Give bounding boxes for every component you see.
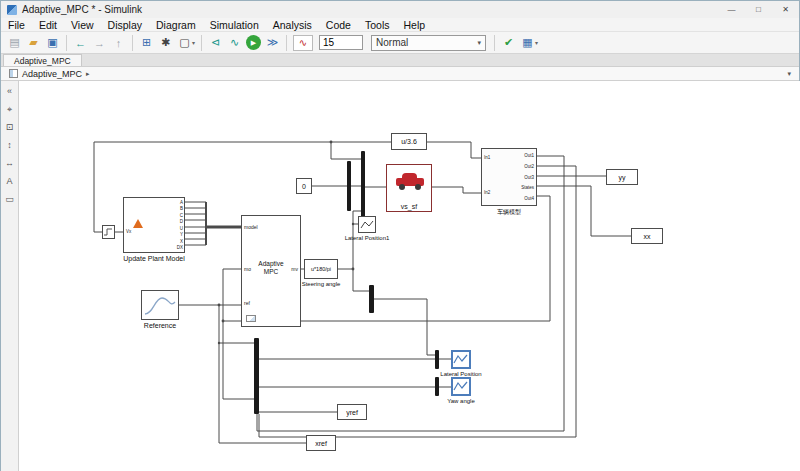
scope-icon[interactable]: ∿ bbox=[226, 34, 243, 51]
open-icon[interactable]: ▰ bbox=[25, 34, 42, 51]
save-icon[interactable]: ▣ bbox=[44, 34, 61, 51]
goto-tag-label: xx bbox=[644, 233, 651, 240]
signal-display-icon[interactable]: ∿ bbox=[293, 35, 313, 51]
maximize-button[interactable]: □ bbox=[745, 1, 772, 18]
build-icon[interactable]: ▦ bbox=[519, 34, 536, 51]
block-label: Yaw angle bbox=[421, 398, 501, 404]
menu-file[interactable]: File bbox=[1, 18, 32, 32]
block-title: vs_sf bbox=[387, 203, 431, 210]
block-label: Reference bbox=[120, 322, 200, 329]
vehicle-subsystem-block[interactable]: In1 In2 Out1 Out2 Out3 States Out4 bbox=[481, 148, 537, 206]
menu-diagram[interactable]: Diagram bbox=[149, 18, 203, 32]
back-icon[interactable]: ← bbox=[72, 34, 89, 51]
constant-block[interactable]: 0 bbox=[296, 178, 312, 194]
chevron-down-icon: ▾ bbox=[478, 39, 482, 47]
model-explorer-icon[interactable]: ▢ bbox=[176, 34, 193, 51]
toolbar-separator bbox=[494, 35, 495, 51]
menu-simulation[interactable]: Simulation bbox=[203, 18, 266, 32]
outport-labels: Out1 Out2 Out3 States Out4 bbox=[521, 153, 534, 201]
menu-edit[interactable]: Edit bbox=[32, 18, 64, 32]
main-area: « ⌖ ⊡ ↕ ↔ A ▭ bbox=[1, 81, 800, 471]
run-button[interactable]: ▶ bbox=[246, 35, 261, 50]
chevron-down-icon[interactable]: ▾ bbox=[535, 39, 538, 46]
menu-display[interactable]: Display bbox=[101, 18, 149, 32]
mpc-plot-icon bbox=[246, 315, 256, 322]
mux-block[interactable] bbox=[435, 350, 439, 369]
goto-tag-yy[interactable]: yy bbox=[606, 169, 638, 185]
goto-tag-label: yref bbox=[346, 409, 358, 416]
toolbar-separator bbox=[201, 35, 202, 51]
collapse-browser-icon[interactable]: « bbox=[2, 83, 18, 99]
minimize-button[interactable]: — bbox=[718, 1, 745, 18]
mux-block[interactable] bbox=[435, 377, 439, 396]
reference-block[interactable] bbox=[141, 290, 179, 320]
goto-tag-xref[interactable]: xref bbox=[306, 435, 336, 451]
model-configuration-icon[interactable]: ✱ bbox=[157, 34, 174, 51]
menu-help[interactable]: Help bbox=[396, 18, 432, 32]
block-label: Lateral Position1 bbox=[317, 235, 417, 241]
toolbar: ▤ ▰ ▣ ← → ↑ ⊞ ✱ ▢ ▾ ⊲ ∿ ▶ ≫ ∿ Normal ▾ ✔… bbox=[1, 32, 799, 54]
hide-pane-arrow-icon[interactable]: ▾ bbox=[787, 70, 795, 78]
simulation-mode-dropdown[interactable]: Normal ▾ bbox=[371, 35, 486, 51]
tab-adaptive-mpc[interactable]: Adaptive_MPC bbox=[3, 54, 82, 66]
zoom-icon[interactable]: ⌖ bbox=[2, 101, 18, 117]
goto-tag-u36[interactable]: u/3.6 bbox=[391, 133, 427, 150]
goto-tag-label: xref bbox=[315, 440, 327, 447]
outport-labels: A B C D U Y X DX bbox=[177, 200, 183, 250]
mux-block[interactable] bbox=[254, 338, 259, 414]
port-label: In1 bbox=[484, 155, 490, 160]
scope-curve-icon bbox=[453, 352, 469, 367]
menu-code[interactable]: Code bbox=[319, 18, 358, 32]
new-model-icon[interactable]: ▤ bbox=[6, 34, 23, 51]
update-diagram-icon[interactable]: ✔ bbox=[500, 34, 517, 51]
fit-to-view-icon[interactable]: ⊡ bbox=[2, 119, 18, 135]
toolbar-separator bbox=[132, 35, 133, 51]
adaptive-mpc-block[interactable]: model mo ref mv Adaptive MPC bbox=[241, 215, 301, 327]
signal-glyph-icon bbox=[103, 226, 114, 238]
scope-curve-icon bbox=[359, 217, 375, 232]
block-label: Update Plant Model bbox=[84, 255, 224, 262]
menu-view[interactable]: View bbox=[64, 18, 101, 32]
yaw-angle-scope-block[interactable] bbox=[451, 377, 471, 396]
simulation-stepping-icon[interactable]: ⊲ bbox=[207, 34, 224, 51]
stop-time-input[interactable] bbox=[319, 35, 363, 50]
up-icon[interactable]: ↑ bbox=[110, 34, 127, 51]
toolbar-separator bbox=[286, 35, 287, 51]
step-forward-icon[interactable]: ≫ bbox=[264, 34, 281, 51]
update-plant-model-block[interactable]: Vx A B C D U Y X DX bbox=[123, 197, 185, 253]
port-label: ref bbox=[244, 300, 250, 306]
chevron-right-icon: ▸ bbox=[86, 70, 90, 78]
block-title: Adaptive MPC bbox=[242, 260, 300, 276]
mux-block[interactable] bbox=[347, 161, 351, 211]
annotation-icon[interactable]: A bbox=[2, 173, 18, 189]
pan-icon[interactable]: ↔ bbox=[2, 155, 18, 171]
model-canvas[interactable]: u/3.6 yy xx yref xref 0 bbox=[19, 81, 800, 471]
simulink-window: Adaptive_MPC * - Simulink — □ ✕ File Edi… bbox=[0, 0, 800, 471]
toolbar-separator bbox=[66, 35, 67, 51]
reference-curve-icon bbox=[142, 291, 178, 319]
input-source-block[interactable] bbox=[102, 225, 115, 239]
lateral-position-scope-block[interactable] bbox=[451, 350, 471, 369]
gain-block[interactable]: u*180/pi bbox=[304, 259, 338, 279]
breadcrumb-model[interactable]: Adaptive_MPC bbox=[22, 69, 82, 79]
zoom-vertical-icon[interactable]: ↕ bbox=[2, 137, 18, 153]
close-button[interactable]: ✕ bbox=[772, 1, 799, 18]
vs-sf-block[interactable]: vs_sf bbox=[386, 164, 432, 212]
mux-block[interactable] bbox=[361, 151, 365, 221]
forward-icon[interactable]: → bbox=[91, 34, 108, 51]
library-browser-icon[interactable]: ⊞ bbox=[138, 34, 155, 51]
lateral-position1-scope-block[interactable] bbox=[358, 216, 376, 233]
goto-tag-yref[interactable]: yref bbox=[337, 404, 367, 420]
menu-analysis[interactable]: Analysis bbox=[266, 18, 319, 32]
menu-tools[interactable]: Tools bbox=[358, 18, 397, 32]
area-icon[interactable]: ▭ bbox=[2, 191, 18, 207]
goto-tag-label: yy bbox=[619, 174, 626, 181]
port-label: In2 bbox=[484, 190, 490, 195]
chevron-down-icon[interactable]: ▾ bbox=[192, 39, 195, 46]
scope-curve-icon bbox=[453, 379, 469, 394]
mux-block[interactable] bbox=[369, 285, 374, 313]
menu-bar: File Edit View Display Diagram Simulatio… bbox=[1, 18, 799, 32]
gain-expression: u*180/pi bbox=[311, 266, 331, 272]
goto-tag-xx[interactable]: xx bbox=[631, 228, 663, 244]
constant-value: 0 bbox=[302, 183, 306, 190]
